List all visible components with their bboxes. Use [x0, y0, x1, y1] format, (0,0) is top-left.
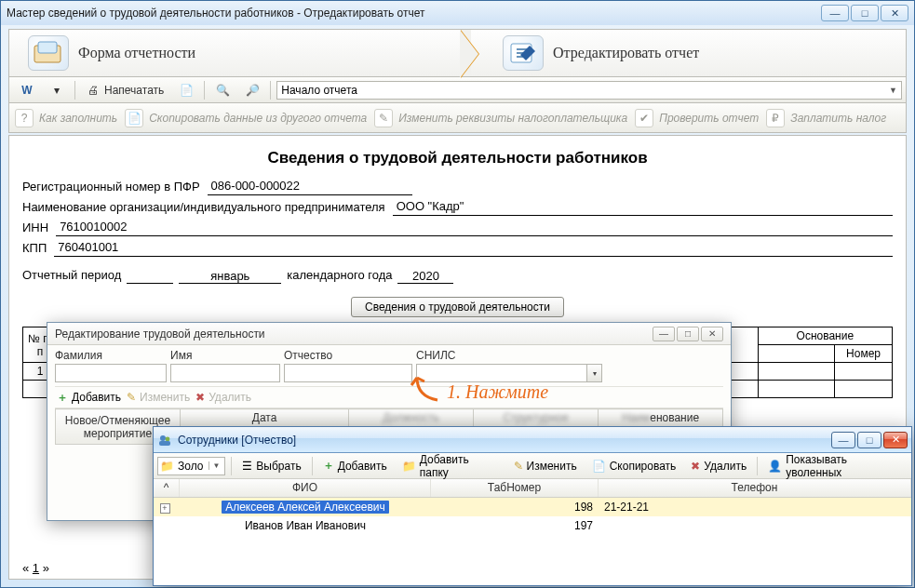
pages-icon: 📄: [179, 83, 194, 98]
middlename-input[interactable]: [284, 364, 412, 382]
grid1-col-date: Дата: [180, 409, 348, 427]
dlg1-maximize[interactable]: □: [677, 327, 699, 341]
dlg1-title: Редактирование трудовой деятельности: [55, 327, 265, 341]
dlg1-toolbar: ＋Добавить ✎Изменить ✖Удалить: [55, 386, 723, 408]
dlg1-add-button[interactable]: ＋Добавить: [57, 390, 121, 406]
dlg2-grid-header: ^ ФИО ТабНомер Телефон: [154, 479, 911, 498]
dlg1-delete-button[interactable]: ✖Удалить: [195, 391, 251, 404]
dlg2-add-button[interactable]: ＋Добавить: [318, 455, 392, 476]
middlename-label: Отчество: [284, 349, 412, 362]
maximize-button[interactable]: □: [851, 5, 879, 21]
copy-icon: 📄: [592, 460, 606, 473]
folder-icon: 📁: [160, 460, 174, 473]
wizard-step-1[interactable]: Форма отчетности: [9, 35, 214, 71]
grid1-col5: енование: [650, 411, 699, 424]
chevron-down-icon: ▾: [49, 83, 64, 98]
word-dropdown[interactable]: ▾: [43, 80, 71, 100]
svg-rect-1: [38, 42, 57, 53]
edit-icon: ✎: [374, 109, 393, 127]
snils-input[interactable]: ▾: [416, 364, 602, 382]
employee-fio: Иванов Иван Иванович: [180, 518, 431, 533]
kpp-value[interactable]: 760401001: [54, 240, 893, 257]
col-fio[interactable]: ФИО: [180, 479, 431, 497]
activity-info-button[interactable]: Сведения о трудовой деятельности: [351, 297, 564, 317]
print-button[interactable]: 🖨 Напечатать: [79, 80, 170, 100]
wizard-step-1-label: Форма отчетности: [78, 45, 195, 61]
dlg2-edit-label: Изменить: [527, 460, 577, 473]
reg-value[interactable]: 086-000-000022: [208, 179, 412, 195]
org-value[interactable]: ООО "Кадр": [393, 199, 893, 216]
expand-icon[interactable]: +: [160, 503, 170, 514]
plus-icon: ＋: [57, 390, 68, 406]
zoom-out-icon: 🔎: [245, 83, 260, 98]
dlg1-close[interactable]: ✕: [701, 327, 723, 341]
toolbar-actions: ?Как заполнить 📄Скопировать данные из др…: [8, 103, 907, 133]
employee-tab: 198: [431, 500, 599, 514]
minimize-button[interactable]: —: [821, 5, 849, 21]
dlg2-minimize[interactable]: —: [831, 432, 855, 448]
lastname-input[interactable]: [55, 364, 167, 382]
pencil-icon: ✎: [127, 391, 136, 404]
pay-tax-button[interactable]: ₽Заплатить налог: [766, 109, 886, 127]
chevron-down-icon: ▼: [209, 461, 222, 470]
firstname-label: Имя: [170, 349, 280, 362]
col-expand[interactable]: ^: [154, 479, 180, 497]
snils-dropdown-button[interactable]: ▾: [586, 365, 601, 381]
howto-button[interactable]: ?Как заполнить: [15, 109, 117, 127]
inn-value[interactable]: 7610010002: [56, 220, 893, 236]
change-requisites-button[interactable]: ✎Изменить реквизиты налогоплательщика: [374, 109, 627, 127]
question-icon: ?: [15, 109, 34, 127]
dlg2-maximize[interactable]: □: [857, 432, 881, 448]
check-report-button[interactable]: ✔Проверить отчет: [635, 109, 759, 127]
plus-icon: ＋: [323, 458, 334, 474]
show-fired-button[interactable]: 👤Показывать уволенных: [763, 450, 908, 482]
copy-data-label: Скопировать данные из другого отчета: [149, 112, 367, 125]
employee-row[interactable]: + Алексеев Алексей Алексеевич 198 21-21-…: [154, 498, 911, 516]
main-titlebar: Мастер сведений о трудовой деятельности …: [1, 1, 914, 25]
check-icon: ✔: [635, 109, 653, 127]
save-copy-button[interactable]: 📄: [172, 80, 200, 100]
dlg2-close[interactable]: ✕: [883, 432, 908, 448]
dlg2-copy-label: Скопировать: [610, 460, 677, 473]
dlg1-edit-button[interactable]: ✎Изменить: [127, 391, 190, 404]
org-label: Наименование организации/индивидуального…: [22, 200, 385, 216]
zoom-out-button[interactable]: 🔎: [238, 80, 266, 100]
period-month[interactable]: январь: [179, 269, 281, 284]
col-num2: Номер: [835, 345, 893, 363]
section-combo[interactable]: Начало отчета ▼: [276, 81, 902, 100]
dlg1-minimize[interactable]: —: [653, 327, 675, 341]
pager-page-1[interactable]: 1: [33, 561, 39, 575]
folder-value: Золо: [178, 460, 203, 473]
chevron-down-icon: ▼: [889, 86, 897, 95]
close-button[interactable]: ✕: [881, 5, 908, 21]
dlg2-add-folder-label: Добавить папку: [420, 453, 499, 479]
print-label: Напечатать: [104, 84, 164, 97]
dlg2-copy-button[interactable]: 📄Скопировать: [587, 457, 681, 475]
check-report-label: Проверить отчет: [659, 112, 759, 125]
pay-tax-label: Заплатить налог: [790, 112, 886, 125]
zoom-in-button[interactable]: 🔍: [209, 80, 236, 100]
dlg2-delete-button[interactable]: ✖Удалить: [686, 457, 751, 475]
lastname-label: Фамилия: [55, 349, 167, 362]
folder-combo[interactable]: 📁 Золо ▼: [157, 457, 225, 475]
col-tabnum[interactable]: ТабНомер: [431, 479, 599, 497]
employee-row[interactable]: Иванов Иван Иванович 197: [154, 516, 911, 535]
copy-data-button[interactable]: 📄Скопировать данные из другого отчета: [125, 109, 367, 127]
pager[interactable]: « 1 »: [22, 561, 49, 575]
snils-label: СНИЛС: [416, 349, 602, 362]
firstname-input[interactable]: [170, 364, 280, 382]
person-off-icon: 👤: [768, 460, 782, 473]
dlg2-add-folder-button[interactable]: 📁Добавить папку: [397, 450, 504, 482]
dlg1-delete-label: Удалить: [209, 391, 251, 404]
period-blank[interactable]: [127, 269, 173, 284]
period-year[interactable]: 2020: [397, 269, 453, 284]
col-phone[interactable]: Телефон: [599, 479, 911, 497]
dlg2-edit-button[interactable]: ✎Изменить: [509, 457, 582, 475]
choose-button[interactable]: ☰Выбрать: [237, 457, 305, 475]
dlg2-titlebar: Сотрудники [Отчество] — □ ✕: [154, 427, 911, 453]
wizard-step-2[interactable]: Отредактировать отчет: [484, 30, 718, 76]
word-export-button[interactable]: W: [13, 80, 41, 100]
copy-icon: 📄: [125, 109, 143, 127]
delete-icon: ✖: [691, 460, 700, 473]
dlg1-titlebar: Редактирование трудовой деятельности — □…: [47, 323, 731, 345]
